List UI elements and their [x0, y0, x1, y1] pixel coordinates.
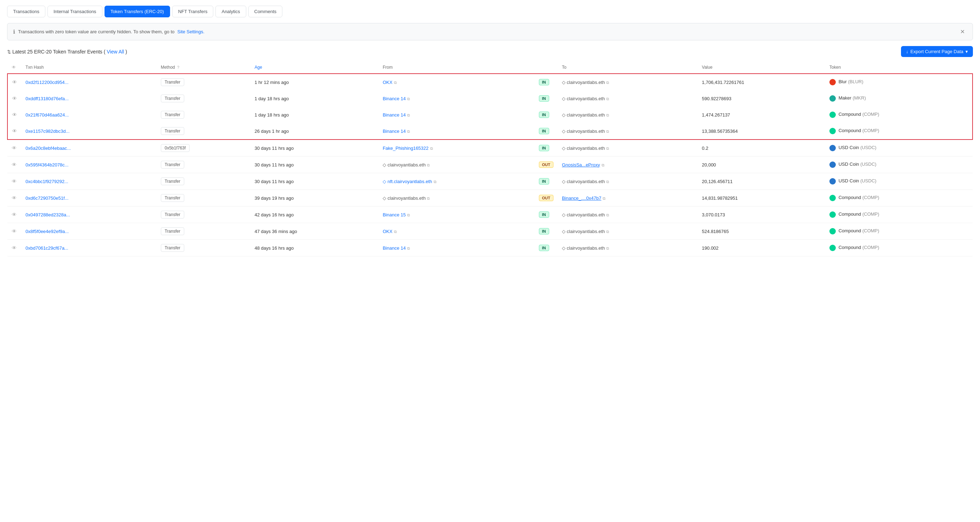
eye-icon[interactable]: 👁 — [12, 228, 17, 234]
direction-cell: OUT — [535, 190, 558, 206]
to-address-link[interactable]: GnosisSa...eProxy — [562, 162, 600, 168]
eye-cell: 👁 — [8, 223, 21, 240]
copy-icon[interactable]: ⧉ — [430, 146, 433, 151]
copy-icon[interactable]: ⧉ — [606, 146, 609, 151]
token-cell: USD Coin (USDC) — [825, 140, 972, 157]
txn-hash-link[interactable]: 0xe1157c982dbc3d... — [25, 129, 70, 134]
table-body: 👁 0xd2f112200cd954... Transfer 1 hr 12 m… — [8, 74, 972, 256]
token-cell: Maker (MKR) — [825, 90, 972, 106]
copy-icon[interactable]: ⧉ — [394, 230, 397, 234]
from-address-link[interactable]: Binance 14 — [383, 112, 406, 117]
value-cell: 190.002 — [698, 240, 825, 256]
tab-analytics[interactable]: Analytics — [215, 6, 246, 17]
txn-hash-link[interactable]: 0xbd7061c29cf67a... — [25, 246, 68, 251]
tab-comments[interactable]: Comments — [248, 6, 283, 17]
txn-hash-link[interactable]: 0xc4bbc1f9279292... — [25, 179, 68, 184]
eye-icon[interactable]: 👁 — [12, 145, 17, 151]
table-header-row: ⇅ Latest 25 ERC-20 Token Transfer Events… — [7, 46, 973, 57]
to-cell: ◇ clairvoyantlabs.eth⧉ — [558, 206, 698, 223]
table-row: 👁 0xddff13180d76efa... Transfer 1 day 18… — [8, 90, 972, 106]
from-cell: ◇ clairvoyantlabs.eth⧉ — [379, 190, 535, 206]
copy-icon[interactable]: ⧉ — [606, 246, 609, 251]
from-address-link[interactable]: Binance 14 — [383, 246, 406, 251]
txn-hash-link[interactable]: 0x8f5f0ee4e92ef9a... — [25, 229, 69, 234]
tab-nft-transfers[interactable]: NFT Transfers — [172, 6, 214, 17]
method-badge: Transfer — [161, 178, 184, 185]
copy-icon[interactable]: ⧉ — [603, 196, 606, 200]
method-cell: Transfer — [157, 106, 250, 123]
eye-icon[interactable]: 👁 — [12, 178, 17, 184]
copy-icon[interactable]: ⧉ — [434, 179, 436, 184]
eye-icon[interactable]: 👁 — [12, 79, 17, 85]
copy-icon[interactable]: ⧉ — [407, 129, 410, 133]
eye-icon[interactable]: 👁 — [12, 245, 17, 251]
txn-hash-link[interactable]: 0x6a20c8ebf4ebaac... — [25, 146, 71, 151]
tab-token-transfers[interactable]: Token Transfers (ERC-20) — [105, 6, 170, 17]
value-cell: 1,474.267137 — [698, 106, 825, 123]
copy-icon[interactable]: ⧉ — [606, 129, 609, 133]
txn-hash-link[interactable]: 0xd6c7290750e51f... — [25, 195, 68, 201]
copy-icon[interactable]: ⧉ — [407, 213, 410, 217]
table-title-suffix: ) — [126, 49, 127, 54]
from-address-link[interactable]: Binance 14 — [383, 129, 406, 134]
copy-icon[interactable]: ⧉ — [606, 230, 609, 234]
txn-hash-link[interactable]: 0x595f4364b2078c... — [25, 162, 68, 168]
copy-icon[interactable]: ⧉ — [606, 113, 609, 117]
method-badge: Transfer — [161, 227, 184, 235]
col-from: From — [379, 61, 535, 74]
eye-icon[interactable]: 👁 — [12, 112, 17, 117]
site-settings-link[interactable]: Site Settings. — [178, 29, 205, 34]
copy-icon[interactable]: ⧉ — [606, 213, 609, 217]
direction-cell: IN — [535, 123, 558, 140]
eye-icon[interactable]: 👁 — [12, 128, 17, 134]
eye-icon[interactable]: 👁 — [12, 95, 17, 101]
export-button[interactable]: ↓ Export Current Page Data ▾ — [901, 46, 973, 57]
txn-hash-link[interactable]: 0xddff13180d76efa... — [25, 96, 69, 101]
txn-hash-link[interactable]: 0x0497288ed2328a... — [25, 212, 70, 217]
copy-icon[interactable]: ⧉ — [427, 163, 430, 167]
txn-hash-link[interactable]: 0x21f670d46aa624... — [25, 112, 69, 117]
value-cell: 13,388.56735364 — [698, 123, 825, 140]
eye-icon[interactable]: 👁 — [12, 212, 17, 217]
txn-hash-link[interactable]: 0xd2f112200cd954... — [25, 80, 68, 85]
method-label: Method — [161, 65, 175, 70]
from-address-link[interactable]: OKX — [383, 80, 392, 85]
copy-icon[interactable]: ⧉ — [407, 97, 410, 101]
from-address-link[interactable]: ◇ nft.clairvoyantlabs.eth — [383, 179, 432, 184]
to-address-link[interactable]: Binance_....0x47b7 — [562, 195, 601, 201]
from-address-link[interactable]: Fake_Phishing165322 — [383, 146, 428, 151]
direction-badge-in: IN — [539, 211, 549, 218]
copy-icon[interactable]: ⧉ — [606, 179, 609, 184]
to-cell: ◇ clairvoyantlabs.eth⧉ — [558, 223, 698, 240]
copy-icon[interactable]: ⧉ — [427, 196, 430, 200]
copy-icon[interactable]: ⧉ — [394, 80, 397, 85]
eye-icon[interactable]: 👁 — [12, 162, 17, 168]
eye-cell: 👁 — [8, 140, 21, 157]
copy-icon[interactable]: ⧉ — [601, 163, 605, 167]
to-address: ◇ clairvoyantlabs.eth — [562, 96, 605, 101]
copy-icon[interactable]: ⧉ — [407, 246, 410, 251]
to-address: ◇ clairvoyantlabs.eth — [562, 229, 605, 234]
tab-internal-transactions[interactable]: Internal Transactions — [48, 6, 102, 17]
copy-icon[interactable]: ⧉ — [606, 97, 609, 101]
copy-icon[interactable]: ⧉ — [606, 80, 609, 85]
col-age[interactable]: Age — [250, 61, 379, 74]
table-row: 👁 0x21f670d46aa624... Transfer 1 day 18 … — [8, 106, 972, 123]
from-address: ◇ clairvoyantlabs.eth — [383, 162, 426, 168]
direction-badge-in: IN — [539, 128, 549, 134]
method-help-icon[interactable]: ? — [177, 65, 179, 70]
banner-close-button[interactable]: ✕ — [958, 28, 967, 36]
eye-header-icon: 👁 — [12, 65, 16, 70]
to-cell: GnosisSa...eProxy⧉ — [558, 157, 698, 173]
token-name: Maker — [838, 95, 851, 101]
from-address-link[interactable]: OKX — [383, 229, 392, 234]
to-cell: ◇ clairvoyantlabs.eth⧉ — [558, 140, 698, 157]
view-all-link[interactable]: View All — [107, 49, 124, 54]
eye-icon[interactable]: 👁 — [12, 195, 17, 201]
from-address: ◇ clairvoyantlabs.eth — [383, 195, 426, 201]
from-address-link[interactable]: Binance 14 — [383, 96, 406, 101]
from-address-link[interactable]: Binance 15 — [383, 212, 406, 217]
tab-transactions[interactable]: Transactions — [7, 6, 45, 17]
copy-icon[interactable]: ⧉ — [407, 113, 410, 117]
from-cell: Binance 14⧉ — [379, 240, 535, 256]
